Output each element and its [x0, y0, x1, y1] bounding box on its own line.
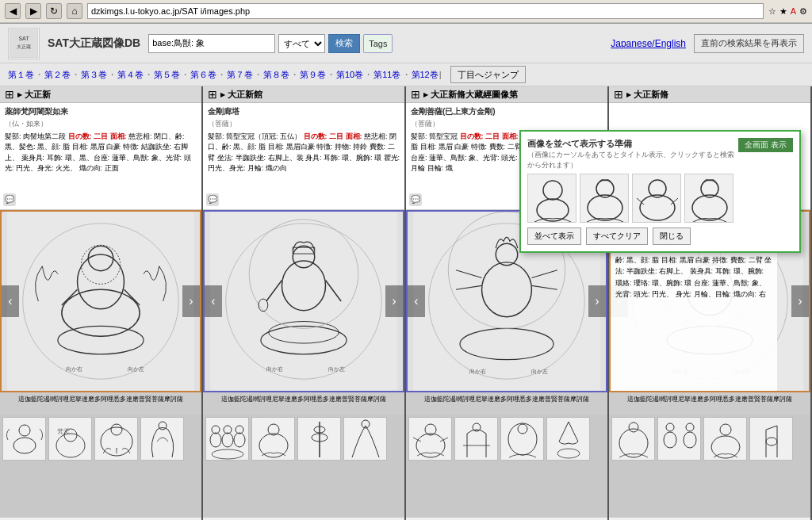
back-button[interactable]: ◀ [5, 3, 21, 19]
thumb-2-1[interactable] [205, 417, 249, 461]
tag-button[interactable]: Tags [363, 34, 393, 53]
grid-icon-1[interactable]: ⊞ [5, 88, 14, 101]
display-button[interactable]: 並べて表示 [527, 228, 581, 245]
svg-rect-55 [344, 418, 387, 461]
col2-red-2: 二目 [329, 132, 343, 140]
svg-rect-116 [685, 174, 733, 223]
col1-nav-right[interactable]: › [182, 285, 200, 317]
vol-7-link[interactable]: 第７巻 [227, 69, 253, 81]
vol-5-link[interactable]: 第５巻 [154, 69, 180, 81]
star-icon[interactable]: ☆ [768, 6, 776, 17]
fullscreen-button[interactable]: 全画面 表示 [738, 138, 793, 152]
search-input[interactable] [148, 34, 275, 53]
search-button[interactable]: 検索 [328, 34, 360, 53]
col2-nav-right[interactable]: › [385, 285, 403, 317]
col3-red-2: 二目 [485, 132, 500, 140]
col4-script-text: 這伽藍陀遏嚩訶哩尼拏達磨多阿哩悉多達磨普賢菩薩摩訶薩 [627, 396, 792, 403]
forward-button[interactable]: ▶ [25, 3, 41, 19]
browser-icons: ☆ ★ A ⚙ [768, 6, 807, 17]
close-button[interactable]: 閉じる [653, 228, 691, 245]
vol-12-link[interactable]: 第12巻 [412, 69, 439, 81]
refresh-button[interactable]: ↻ [46, 3, 62, 19]
popup-subtitle: （画像にカーソルをあてるとタイトル表示、クリックすると検索から分れます） [527, 150, 738, 170]
col2-thumbnails [203, 415, 404, 518]
thumb-4-3[interactable] [703, 417, 747, 461]
language-link[interactable]: Japanese/English [611, 38, 686, 49]
image-column-1: ⊞ ▸ 大正新 薬師梵阿闍梨如来 （仏・如来） 髪部: 肉髻地第二段 目の数: … [0, 86, 203, 520]
main-content: ⊞ ▸ 大正新 薬師梵阿闍梨如来 （仏・如来） 髪部: 肉髻地第二段 目の数: … [0, 86, 812, 520]
popup-thumb-3[interactable] [632, 174, 681, 223]
thumb-3-3[interactable] [500, 417, 544, 461]
col1-main-image[interactable]: ‹ 向か右 向か左 › [0, 210, 201, 392]
redisplay-button[interactable]: 直前の検索結果を再表示 [694, 34, 804, 53]
col3-nav-right[interactable]: › [588, 285, 606, 317]
col2-subtitle: （菩薩） [208, 119, 400, 129]
vol-4-link[interactable]: 第４巻 [117, 69, 144, 81]
jump-button[interactable]: 丁目へジャンプ [450, 66, 526, 83]
thumb-4-2[interactable] [657, 417, 701, 461]
thumb-1-3[interactable] [94, 417, 138, 461]
svg-rect-95 [658, 418, 701, 461]
col2-red-1: 目の数: [304, 132, 327, 140]
thumb-2-3[interactable] [297, 417, 341, 461]
grid-icon-3[interactable]: ⊞ [411, 88, 420, 101]
vol-1-link[interactable]: 第１巻 [8, 69, 34, 81]
popup-title: 画像を並べて表示する準備 [527, 138, 738, 150]
grid-icon-4[interactable]: ⊞ [614, 88, 623, 101]
grid-icon-2[interactable]: ⊞ [208, 88, 217, 101]
col2-red-3: 面相: [346, 132, 362, 140]
vol-11-link[interactable]: 第11巻 [373, 69, 400, 81]
chat-icon-2[interactable]: 💬 [206, 193, 219, 206]
vol-6-link[interactable]: 第６巻 [190, 69, 216, 81]
url-bar[interactable] [87, 3, 764, 19]
settings-icon[interactable]: ⚙ [799, 6, 807, 17]
col4-nav-right[interactable]: › [791, 285, 809, 317]
svg-rect-80 [547, 418, 590, 461]
col4-title: ▸ 大正新脩 [626, 89, 668, 101]
thumb-3-4[interactable] [546, 417, 590, 461]
thumb-2-4[interactable] [343, 417, 387, 461]
popup-thumb-4[interactable] [684, 174, 733, 223]
thumb-1-1[interactable] [2, 417, 46, 461]
vol-9-link[interactable]: 第９巻 [300, 69, 326, 81]
thumb-3-2[interactable] [454, 417, 498, 461]
col2-title: ▸ 大正新館 [220, 89, 262, 101]
svg-rect-108 [580, 174, 629, 223]
popup-thumb-2[interactable] [580, 174, 629, 223]
svg-rect-3 [7, 212, 194, 391]
svg-text:向か左: 向か左 [531, 369, 548, 374]
col1-figure: 向か右 向か左 [2, 212, 200, 391]
vol-2-link[interactable]: 第２巻 [44, 69, 71, 81]
col3-red-3: 面相: [502, 132, 519, 140]
bookmark-icon[interactable]: ★ [779, 6, 787, 17]
thumb-1-2[interactable]: 梵天 [48, 417, 92, 461]
svg-rect-18 [49, 418, 92, 461]
thumb-2-2[interactable] [251, 417, 295, 461]
chat-icon-1[interactable]: 💬 [3, 193, 16, 206]
col2-nav-left[interactable]: ‹ [205, 285, 222, 317]
vol-3-link[interactable]: 第３巻 [81, 69, 107, 81]
vol-8-link[interactable]: 第８巻 [263, 69, 289, 81]
thumb-4-1[interactable] [611, 417, 655, 461]
col3-nav-left[interactable]: ‹ [408, 285, 425, 317]
col1-nav-left[interactable]: ‹ [2, 285, 19, 317]
col2-main-image[interactable]: ‹ 向か右 [203, 210, 404, 392]
thumb-1-4[interactable] [140, 417, 184, 461]
search-select[interactable]: すべて [278, 34, 325, 53]
clear-button[interactable]: すべてクリア [586, 228, 648, 245]
vol-10-link[interactable]: 第10巻 [336, 69, 363, 81]
col1-red-3: 面相: [110, 132, 127, 140]
col1-thumbnails: 梵天 [0, 415, 201, 518]
home-button[interactable]: ⌂ [67, 3, 82, 19]
thumb-4-4[interactable] [749, 417, 793, 461]
chat-icon-3[interactable]: 💬 [409, 193, 422, 206]
popup-thumb-1[interactable] [527, 174, 576, 223]
col1-main-title: 薬師梵阿闍梨如来 [5, 106, 197, 117]
col2-content: 髪部: 筒型宝冠（頂冠: 五仏） 目の数: 二目 面相: 慈悲相: 閉口、齢: … [208, 132, 400, 174]
thumb-3-1[interactable] [408, 417, 452, 461]
col3-header: ⊞ ▸ 大正新脩大藏經圖像第 [406, 86, 607, 103]
svg-rect-74 [455, 418, 498, 461]
col3-title: ▸ 大正新脩大藏經圖像第 [423, 89, 518, 101]
app-logo: SAT 大正蔵 [8, 28, 40, 59]
col1-subtitle: （仏・如来） [5, 119, 197, 129]
